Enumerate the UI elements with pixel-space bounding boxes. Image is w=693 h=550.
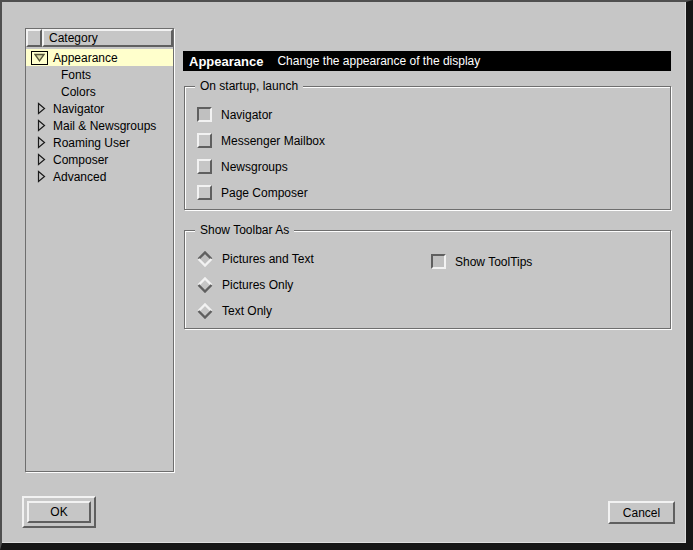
checkbox-row-show-tooltips: Show ToolTips [431,254,532,269]
tree-rows: Appearance Fonts Colors Navigator [26,49,173,185]
page-subtitle: Change the appearance of the display [277,54,480,68]
tree-item-label: Fonts [61,68,91,82]
icon-cell [31,102,53,115]
pictures-and-text-radio[interactable] [197,251,213,267]
tree-item-appearance[interactable]: Appearance [26,49,173,66]
tree-item-navigator[interactable]: Navigator [26,100,173,117]
tree-item-label: Appearance [53,51,118,65]
ok-button-label: OK [50,505,67,519]
icon-cell [31,51,53,65]
tree-item-fonts[interactable]: Fonts [26,66,173,83]
cancel-button[interactable]: Cancel [608,501,675,524]
checkbox-label: Navigator [221,108,272,122]
tree-item-label: Mail & Newsgroups [53,119,156,133]
triangle-right-icon[interactable] [37,136,46,149]
checkbox-row-newsgroups: Newsgroups [197,159,670,174]
checkbox-row-messenger-mailbox: Messenger Mailbox [197,133,670,148]
triangle-right-icon[interactable] [37,102,46,115]
checkbox-row-navigator: Navigator [197,107,670,122]
page-header: Appearance Change the appearance of the … [183,51,671,71]
icon-cell [31,170,53,183]
startup-group-legend: On startup, launch [195,79,303,93]
category-column-header[interactable]: Category [42,29,173,47]
checkbox-row-page-composer: Page Composer [197,185,670,200]
toolbar-group-legend: Show Toolbar As [195,223,294,237]
ok-button[interactable]: OK [27,501,91,523]
tree-item-advanced[interactable]: Advanced [26,168,173,185]
preferences-dialog: Category Appearance Fonts Colors [0,0,693,550]
text-only-radio[interactable] [197,303,213,319]
tree-item-label: Colors [61,85,96,99]
category-column-label: Category [49,32,98,45]
checkbox-label: Messenger Mailbox [221,134,325,148]
icon-cell [31,136,53,149]
icon-cell [31,153,53,166]
startup-checkbox-list: Navigator Messenger Mailbox Newsgroups P… [185,87,670,200]
triangle-down-icon [34,53,45,62]
checkbox-label: Page Composer [221,186,308,200]
show-tooltips-checkbox[interactable] [431,254,446,269]
radio-label: Pictures Only [222,278,293,292]
tree-item-label: Composer [53,153,108,167]
triangle-right-icon[interactable] [37,153,46,166]
toolbar-group: Show Toolbar As Pictures and Text Pictur… [184,230,671,329]
cancel-button-label: Cancel [623,506,660,520]
collapse-toggle[interactable] [31,51,48,65]
tree-item-colors[interactable]: Colors [26,83,173,100]
radio-label: Pictures and Text [222,252,314,266]
triangle-right-icon[interactable] [37,170,46,183]
category-tree-panel: Category Appearance Fonts Colors [25,28,174,472]
radio-row-pictures-only: Pictures Only [197,277,670,292]
radio-label: Text Only [222,304,272,318]
tree-item-mail-newsgroups[interactable]: Mail & Newsgroups [26,117,173,134]
page-title: Appearance [189,54,263,69]
tree-item-composer[interactable]: Composer [26,151,173,168]
checkbox-label: Newsgroups [221,160,288,174]
navigator-checkbox[interactable] [197,107,212,122]
tree-item-roaming-user[interactable]: Roaming User [26,134,173,151]
ok-default-ring: OK [22,496,96,528]
icon-cell [31,119,53,132]
tree-item-label: Navigator [53,102,104,116]
radio-row-text-only: Text Only [197,303,670,318]
tree-item-label: Roaming User [53,136,130,150]
pictures-only-radio[interactable] [197,277,213,293]
startup-group: On startup, launch Navigator Messenger M… [184,86,671,210]
newsgroups-checkbox[interactable] [197,159,212,174]
tree-corner-button[interactable] [26,29,42,47]
triangle-right-icon[interactable] [37,119,46,132]
tree-header-row: Category [26,29,173,47]
tree-item-label: Advanced [53,170,106,184]
page-composer-checkbox[interactable] [197,185,212,200]
toolbar-radio-list: Pictures and Text Pictures Only Text Onl… [185,231,670,318]
messenger-mailbox-checkbox[interactable] [197,133,212,148]
checkbox-label: Show ToolTips [455,255,532,269]
